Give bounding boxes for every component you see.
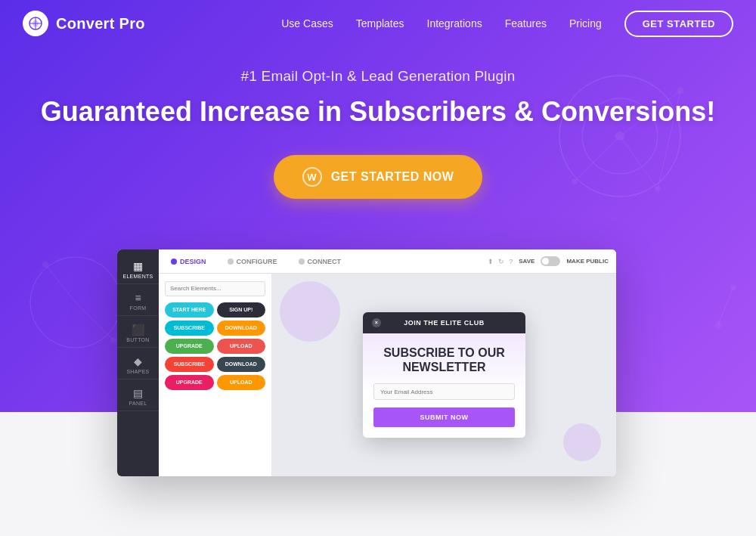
tab-connect-label: CONNECT: [308, 258, 342, 265]
tab-configure-label: CONFIGURE: [237, 258, 277, 265]
tab-design-label: DESIGN: [180, 258, 206, 265]
hero-title: Guaranteed Increase in Subscribers & Con…: [0, 95, 756, 128]
shapes-icon: ◆: [134, 355, 142, 367]
popup-title: SUBSCRIBE TO OUR NEWSLETTER: [373, 345, 515, 374]
swatch-subscribe-2[interactable]: SUBSCRIBE: [165, 357, 214, 372]
popup-close-button[interactable]: ×: [372, 318, 381, 327]
connect-dot: [299, 259, 305, 265]
panel-icon: ▤: [133, 387, 143, 399]
svg-line-17: [718, 287, 733, 325]
swatch-subscribe-1[interactable]: SUBSCRIBE: [165, 321, 214, 336]
popup-header-title: JOIN THE ELITE CLUB: [404, 319, 485, 327]
topbar-icons: ⬆ ↻ ?: [488, 258, 513, 265]
refresh-icon[interactable]: ↻: [498, 258, 504, 265]
popup-modal: × JOIN THE ELITE CLUB SUBSCRIBE TO OUR N…: [363, 312, 525, 438]
navbar: Convert Pro Use Cases Templates Integrat…: [0, 0, 756, 47]
sidebar-item-shapes[interactable]: ◆ SHAPES: [117, 351, 159, 380]
logo-icon: [23, 11, 48, 36]
help-icon[interactable]: ?: [509, 258, 513, 265]
elements-label: ELEMENTS: [122, 274, 153, 279]
nav-links: Use Cases Templates Integrations Feature…: [281, 11, 733, 37]
button-swatches-grid: START HERE SIGN UP! SUBSCRIBE DOWNLOAD U…: [165, 302, 265, 390]
logo[interactable]: Convert Pro: [23, 11, 145, 36]
panel-label: PANEL: [129, 401, 147, 406]
hero-subtitle: #1 Email Opt-In & Lead Generation Plugin: [0, 68, 756, 85]
tab-configure[interactable]: CONFIGURE: [223, 256, 282, 268]
editor-sidebar: ▦ ELEMENTS ≡ FORM ⬛ BUTTON ◆ SHAPES ▤ PA…: [117, 249, 159, 476]
design-dot: [171, 259, 177, 265]
configure-dot: [228, 259, 234, 265]
swatch-sign-up[interactable]: SIGN UP!: [217, 302, 266, 318]
swatch-upload-1[interactable]: UPLOAD: [217, 339, 266, 354]
sidebar-item-elements[interactable]: ▦ ELEMENTS: [117, 256, 159, 284]
make-public-label: MAKE PUBLIC: [566, 258, 609, 265]
topbar-right: ⬆ ↻ ? SAVE MAKE PUBLIC: [488, 256, 609, 266]
browser-window: ▦ ELEMENTS ≡ FORM ⬛ BUTTON ◆ SHAPES ▤ PA…: [117, 249, 616, 476]
swatch-upload-2[interactable]: UPLOAD: [217, 375, 266, 390]
swatch-upgrade-1[interactable]: UPGRADE: [165, 339, 214, 354]
shapes-label: SHAPES: [126, 369, 149, 374]
nav-use-cases[interactable]: Use Cases: [281, 17, 333, 29]
elements-icon: ▦: [133, 260, 143, 272]
button-icon: ⬛: [132, 324, 144, 336]
hero-content: #1 Email Opt-In & Lead Generation Plugin…: [0, 68, 756, 199]
canvas-blob-2: [563, 423, 601, 461]
button-label: BUTTON: [126, 337, 149, 342]
nav-get-started-button[interactable]: GET STARTED: [624, 11, 733, 37]
tab-connect[interactable]: CONNECT: [294, 256, 346, 268]
canvas-blob-1: [280, 281, 340, 342]
popup-header: × JOIN THE ELITE CLUB: [363, 312, 525, 333]
editor-body: START HERE SIGN UP! SUBSCRIBE DOWNLOAD U…: [159, 274, 616, 476]
popup-email-input[interactable]: [373, 383, 515, 400]
nav-templates[interactable]: Templates: [356, 17, 404, 29]
sidebar-item-panel[interactable]: ▤ PANEL: [117, 383, 159, 411]
svg-line-13: [45, 265, 76, 302]
make-public-toggle[interactable]: [541, 256, 560, 266]
sidebar-item-button[interactable]: ⬛ BUTTON: [117, 319, 159, 348]
editor-main: DESIGN CONFIGURE CONNECT ⬆ ↻ ? SAVE: [159, 249, 616, 476]
nav-pricing[interactable]: Pricing: [569, 17, 602, 29]
nav-features[interactable]: Features: [505, 17, 547, 29]
swatch-upgrade-2[interactable]: UPGRADE: [165, 375, 214, 390]
swatch-download-1[interactable]: DOWNLOAD: [217, 321, 266, 336]
popup-body: SUBSCRIBE TO OUR NEWSLETTER SUBMIT NOW: [363, 333, 525, 438]
form-label: FORM: [130, 305, 147, 311]
elements-search[interactable]: [165, 281, 265, 296]
brand-name: Convert Pro: [56, 15, 145, 33]
save-button[interactable]: SAVE: [519, 258, 534, 265]
elements-panel: START HERE SIGN UP! SUBSCRIBE DOWNLOAD U…: [159, 274, 272, 476]
tab-design[interactable]: DESIGN: [166, 256, 211, 268]
wordpress-icon: W: [302, 167, 322, 187]
nav-integrations[interactable]: Integrations: [427, 17, 482, 29]
swatch-download-2[interactable]: DOWNLOAD: [217, 357, 266, 372]
popup-submit-button[interactable]: SUBMIT NOW: [373, 407, 515, 427]
hero-cta-button[interactable]: W GET STARTED NOW: [274, 155, 483, 199]
sidebar-item-form[interactable]: ≡ FORM: [117, 287, 159, 316]
svg-line-14: [76, 302, 113, 340]
editor-canvas: × JOIN THE ELITE CLUB SUBSCRIBE TO OUR N…: [272, 274, 616, 476]
swatch-start-here[interactable]: START HERE: [165, 302, 214, 318]
editor-mockup: ▦ ELEMENTS ≡ FORM ⬛ BUTTON ◆ SHAPES ▤ PA…: [117, 249, 616, 476]
form-icon: ≡: [135, 292, 141, 304]
editor-topbar: DESIGN CONFIGURE CONNECT ⬆ ↻ ? SAVE: [159, 249, 616, 274]
hero-cta-label: GET STARTED NOW: [331, 170, 454, 184]
share-icon[interactable]: ⬆: [488, 258, 494, 265]
